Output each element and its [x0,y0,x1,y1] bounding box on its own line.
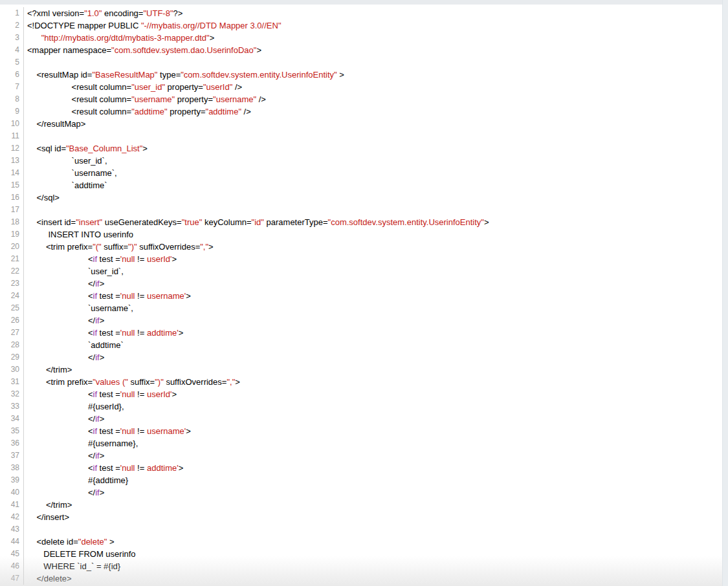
plain-code: > [179,463,184,473]
line-number: 26 [0,314,24,327]
code-text: `user_id`, [24,155,722,167]
code-text: </trim> [24,364,722,376]
plain-code: DELETE FROM userinfo [27,549,136,559]
plain-code: keyColumn= [202,217,251,227]
code-text: <result column="username" property="user… [24,93,722,105]
string-literal: "com.softdev.system.entity.UserinfoEntit… [181,70,336,80]
line-number: 13 [0,155,24,167]
plain-code: </ [27,279,95,288]
plain-code: <mapper namespace= [27,45,111,55]
plain-code: > [186,426,191,436]
string-literal: "userId" [203,82,232,92]
code-text: INSERT INTO userinfo [24,228,722,241]
code-line: 7 <result column="user_id" property="use… [0,81,722,93]
plain-code: > [172,389,177,399]
scrollbar-track[interactable] [722,0,728,586]
line-number: 41 [0,499,24,511]
plain-code: > [142,144,148,153]
line-number: 19 [0,228,24,241]
plain-code: > [210,33,215,43]
code-line: 24 <if test ='null != username'> [0,290,722,302]
code-line: 35 <if test ='null != username'> [0,425,722,437]
string-literal: username' [147,426,186,436]
string-literal: "UTF-8" [143,8,173,18]
code-text: <?xml version="1.0" encoding="UTF-8"?> [24,7,722,19]
code-line: 45 DELETE FROM userinfo [0,548,722,560]
plain-code: > [337,70,344,80]
plain-code: > [100,353,105,362]
code-text: <mapper namespace="com.softdev.system.da… [24,44,722,56]
plain-code: `username`, [27,303,133,313]
code-line: 6 <resultMap id="BaseResultMap" type="co… [0,69,722,81]
plain-code: suffix= [128,377,155,387]
code-text: `addtime` [24,179,722,191]
code-line: 44 <delete id="delete" > [0,536,722,548]
line-number: 24 [0,290,24,302]
plain-code: <delete id= [27,537,78,547]
window-top-edge [0,0,728,5]
line-number: 33 [0,400,24,413]
plain-code: > [179,328,184,338]
plain-code: <sql id= [27,144,66,153]
code-text: </if> [24,277,722,290]
plain-code: </resultMap> [27,119,85,129]
code-line: 26 </if> [0,314,722,327]
code-text: <if test ='null != addtime'> [24,327,722,339]
code-line: 31 <trim prefix="values (" suffix=")" su… [0,376,722,388]
string-literal: "addtime" [206,107,241,116]
line-number: 46 [0,560,24,572]
code-line: 5 [0,56,722,69]
code-text [24,130,722,142]
plain-code: <?xml version= [27,8,84,18]
plain-code: > [100,488,105,497]
plain-code: </trim> [27,500,72,510]
plain-code: test = [97,254,120,264]
string-literal: "true" [182,217,203,227]
string-literal: "id" [252,217,264,227]
plain-code: /> [241,107,251,116]
code-line: 13 `user_id`, [0,155,722,167]
plain-code: <result column= [27,107,131,116]
plain-code: suffix= [102,242,128,252]
code-text: </sql> [24,191,722,204]
line-number: 36 [0,437,24,450]
plain-code: </trim> [27,365,72,374]
code-line: 18 <insert id="insert" useGeneratedKeys=… [0,216,722,228]
line-number: 9 [0,105,24,118]
string-literal: 'null [120,389,135,399]
code-line: 25 `username`, [0,302,722,314]
plain-code: </ [27,353,95,362]
line-number: 44 [0,536,24,548]
code-text: <if test ='null != addtime'> [24,462,722,474]
line-number: 16 [0,191,24,204]
plain-code: test = [97,463,120,473]
line-number: 37 [0,450,24,462]
plain-code: <insert id= [27,217,76,227]
code-line: 28 `addtime` [0,339,722,351]
code-text: #{addtime} [24,474,722,486]
code-text: </if> [24,314,722,327]
plain-code: < [27,328,93,338]
code-text: "http://mybatis.org/dtd/mybatis-3-mapper… [24,32,722,44]
code-text [24,523,722,536]
line-number: 8 [0,93,24,105]
line-number: 21 [0,253,24,265]
plain-code: WHERE `id_` = #{id} [27,561,120,571]
code-line: 32 <if test ='null != userId'> [0,388,722,400]
plain-code: test = [97,328,120,338]
code-line: 33 #{userId}, [0,400,722,413]
line-number: 20 [0,241,24,253]
string-literal: "BaseResultMap" [92,70,157,80]
string-literal: "Base_Column_List" [66,144,142,153]
code-line: 34 </if> [0,413,722,425]
code-line: 10 </resultMap> [0,118,722,130]
plain-code: `user_id`, [27,156,107,166]
string-literal: userId' [147,389,172,399]
line-number: 6 [0,69,24,81]
code-text: <sql id="Base_Column_List"> [24,142,722,155]
plain-code: /> [256,94,266,104]
plain-code: property= [165,82,203,92]
string-literal: addtime' [147,328,179,338]
code-line: 22 `user_id`, [0,265,722,277]
code-line: 20 <trim prefix="(" suffix=")" suffixOve… [0,241,722,253]
